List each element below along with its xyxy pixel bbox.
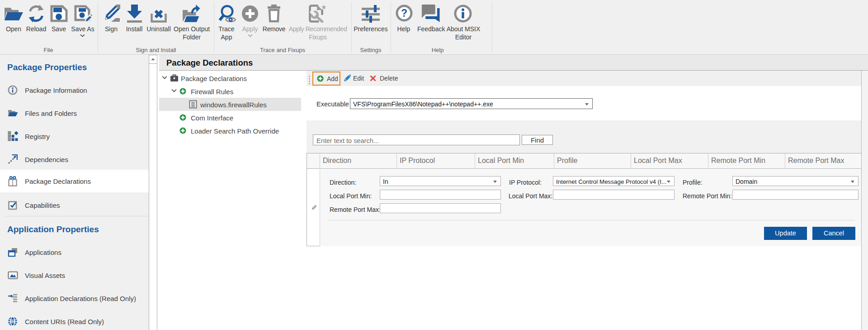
svg-text:?: ? xyxy=(401,7,407,19)
